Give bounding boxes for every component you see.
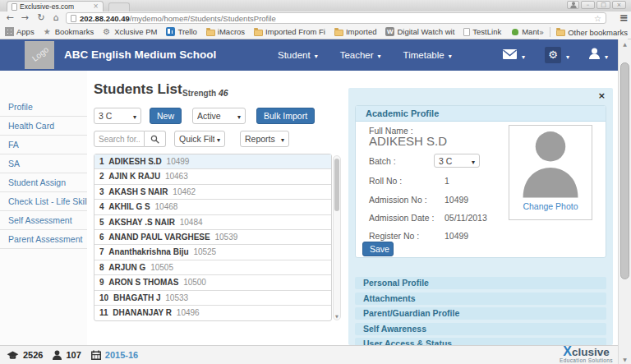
home-button[interactable]: ⌂ [49,12,62,25]
student-profile-panel: × Academic Profile Full Name : ADIKESH S… [348,88,613,345]
bookmark-star-icon[interactable]: ☆ [594,14,601,23]
new-tab-button[interactable] [108,2,130,12]
batch-profile-select[interactable]: 3 C [434,154,480,168]
mail-icon[interactable] [503,48,517,62]
forward-button[interactable]: → [18,12,31,25]
student-row[interactable]: 2 AJIN K RAJU 10463 [94,169,331,184]
bookmark-label: Digital Watch wit [397,27,454,36]
bookmark-item[interactable]: Xclusive PM [103,27,157,36]
scroll-down-icon[interactable]: ▼ [619,357,631,362]
student-name: ARJUN G [108,263,145,272]
bookmark-icon [103,27,112,36]
bookmark-label: Trello [177,27,196,36]
page-scrollbar-thumb[interactable] [620,62,629,279]
profile-section-header[interactable]: Attachments [355,293,606,305]
bookmarks-overflow-icon[interactable]: » [539,28,544,37]
sidebar-item[interactable]: Student Assign [0,173,87,192]
profile-user-icon[interactable] [567,1,579,9]
close-icon[interactable]: × [598,90,606,101]
scroll-up-icon[interactable]: ▲ [619,39,631,49]
student-number: 7 [99,247,104,256]
student-id: 10505 [150,263,173,272]
bookmark-icon [463,28,470,36]
student-id: 10539 [214,233,237,242]
sidebar-item[interactable]: FA [0,136,87,154]
staff-count: 107 [66,350,81,360]
status-select[interactable]: Active [192,108,246,124]
strength-label: Strength [182,89,216,98]
nav-menu[interactable]: Timetable [403,50,452,60]
nav-menu-label: Timetable [403,50,444,60]
page-scrollbar[interactable]: ▲ ▼ [618,39,631,364]
profile-section-header[interactable]: Personal Profile [355,277,606,289]
browser-menu-icon[interactable]: ≡ [619,12,629,25]
student-row[interactable]: 5 AKSHAY .S NAIR 10484 [94,215,331,230]
profile-section-header[interactable]: Parent/Guardian Profile [355,307,606,320]
academic-year[interactable]: 2015-16 [105,350,138,360]
maximize-button[interactable]: □ [596,1,610,9]
nav-menu[interactable]: Teacher [340,50,381,60]
bookmark-item[interactable]: iMacros [206,27,245,36]
chevron-down-icon[interactable] [522,48,525,62]
tab-close-icon[interactable]: × [93,3,99,10]
bookmark-item[interactable]: Apps [5,27,35,36]
sidebar-item[interactable]: Profile [0,98,87,117]
bookmark-item[interactable]: Bookmarks [44,27,94,36]
student-id: 10500 [183,278,206,287]
strength-value: 46 [219,88,228,98]
sidebar-item[interactable]: SA [0,154,87,173]
search-input[interactable] [94,131,145,147]
address-bar[interactable]: 202.88.240.49 /mydemo/home#/Students/Stu… [66,12,606,24]
student-row[interactable]: 1 ADIKESH S.D 10499 [94,154,331,169]
profile-section-header[interactable]: Self Awareness [355,323,606,335]
status-bar: 2526 107 2015-16 Xclusive Education Solu… [0,345,631,364]
batch-select[interactable]: 3 C [94,108,141,124]
student-row[interactable]: 7 Ananthakrishna Biju 10525 [94,245,331,260]
sidebar-item[interactable]: Check List - Life Skill [0,192,87,211]
bookmark-item[interactable]: Trello [166,27,196,36]
student-row[interactable]: 4 AKHIL G S 10468 [94,200,331,214]
sidebar-item[interactable]: Parent Assessment [0,230,87,249]
bookmark-item[interactable]: Imported From Fi [254,27,325,36]
close-window-button[interactable]: × [612,1,626,9]
bookmark-item[interactable]: Imported [334,27,377,36]
student-row[interactable]: 6 ANAND PAUL VARGHESE 10539 [94,230,331,245]
back-button[interactable]: ← [3,12,16,25]
quick-filter-select[interactable]: Quick Filter [174,131,225,147]
chevron-down-icon[interactable] [566,48,569,62]
student-number: 5 [99,218,104,227]
scroll-down-icon[interactable]: ▼ [334,314,340,319]
student-row[interactable]: 11 DHANANJAY R 10496 [94,306,331,320]
user-icon[interactable] [589,48,600,62]
reload-button[interactable]: ↻ [35,12,48,25]
student-row[interactable]: 3 AKASH S NAIR 10462 [94,185,331,200]
gear-icon[interactable] [545,47,561,63]
bookmark-label: TestLink [472,27,501,36]
save-button[interactable]: Save [362,242,394,256]
bookmark-label: Xclusive PM [114,27,157,36]
other-bookmarks-button[interactable]: Other bookmarks [556,28,628,37]
minimize-button[interactable]: – [581,1,595,9]
sidebar-item[interactable]: Self Assessment [0,211,87,230]
academic-profile-card: Academic Profile Full Name : ADIKESH S.D… [355,105,606,258]
list-scrollbar-thumb[interactable] [334,159,339,211]
student-row[interactable]: 10 BHAGATH J 10533 [94,291,331,306]
list-scrollbar[interactable]: ▼ [333,155,341,320]
nav-menu[interactable]: Student [278,50,318,60]
register-no-label: Register No : [369,231,419,241]
browser-tab[interactable]: Exclusive-es.com × [7,1,104,12]
new-button[interactable]: New [150,108,182,124]
student-row[interactable]: 9 ARON S THOMAS 10500 [94,275,331,290]
bookmark-item[interactable]: Digital Watch wit [385,27,454,36]
bulk-import-button[interactable]: Bulk Import [256,108,315,124]
search-button[interactable] [145,131,166,147]
sidebar-item[interactable]: Health Card [0,117,87,136]
change-photo-link[interactable]: Change Photo [509,201,592,211]
chevron-down-icon[interactable] [605,48,608,62]
student-row[interactable]: 8 ARJUN G 10505 [94,260,331,275]
bookmark-item[interactable]: TestLink [463,27,501,36]
vendor-logo: Xclusive Education Solutions [560,347,613,363]
academic-profile-header[interactable]: Academic Profile [356,106,606,122]
reports-select[interactable]: Reports [240,131,289,147]
bookmark-icon [5,27,14,36]
